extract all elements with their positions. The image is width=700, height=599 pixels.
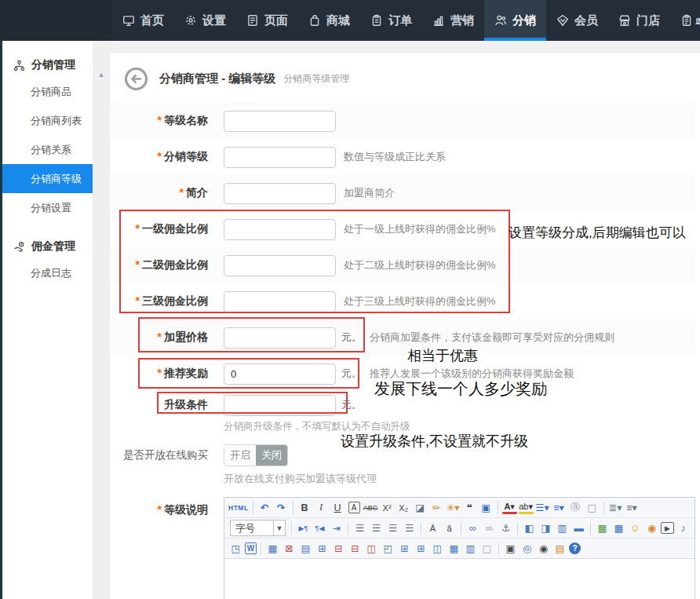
level1-commission-input[interactable] — [224, 219, 336, 240]
scroll-up-icon[interactable]: ▲ — [93, 71, 110, 79]
image-manager-icon[interactable]: ▦ — [611, 520, 626, 536]
insert-col-icon[interactable]: ⊞ — [414, 541, 428, 557]
search-replace-icon[interactable]: ◉ — [536, 541, 551, 557]
sidebar-item[interactable]: 分成日志 — [2, 258, 93, 287]
nav-item-marketing[interactable]: 营销 — [422, 0, 484, 41]
insert-title-row-icon[interactable]: ⊞ — [315, 541, 330, 557]
nav-item-gear[interactable]: 设置 — [174, 0, 236, 41]
intro-input[interactable] — [224, 183, 336, 204]
insert-parent-frame-icon[interactable]: ◰ — [381, 541, 396, 557]
indent-icon[interactable]: ⇥ — [329, 520, 344, 536]
delete-table-icon[interactable]: ⊠ — [282, 541, 297, 557]
uppercase-icon[interactable]: Â — [425, 520, 440, 536]
sidebar-item[interactable]: 分销商等级 — [2, 164, 93, 193]
sidebar: 分销管理分销商品分销商列表分销关系分销商等级分销设置佣金管理分成日志 — [2, 41, 93, 599]
text-direction-icon[interactable]: ¶◀ — [312, 520, 327, 536]
toggle-on-button[interactable]: 开启 — [224, 445, 256, 466]
auto-link-icon[interactable]: ⓐ — [568, 500, 583, 516]
nav-item-order[interactable]: 订单 — [360, 0, 422, 41]
link-icon[interactable]: ∞ — [465, 520, 480, 536]
back-icon[interactable] — [124, 67, 148, 91]
bold-icon[interactable]: B — [297, 500, 312, 516]
nav-item-store[interactable]: 门店 — [608, 0, 670, 41]
partial-chart-icon[interactable] — [694, 13, 700, 25]
line-height-icon[interactable]: ≣▾ — [608, 500, 623, 516]
paragraph-spacing-icon[interactable]: ≡▾ — [625, 500, 640, 516]
insert-table-icon[interactable]: ▦ — [265, 541, 280, 557]
paste-icon[interactable]: ▤ — [552, 541, 567, 557]
insert-music-icon[interactable]: ♪ — [676, 520, 691, 536]
split-cell-icon[interactable]: ◫ — [364, 541, 379, 557]
sidebar-item[interactable]: 分销商列表 — [2, 106, 93, 135]
nav-item-home[interactable]: 首页 — [112, 0, 174, 41]
align-left-icon[interactable]: ☰ — [352, 520, 367, 536]
strikethrough-icon[interactable]: ABC — [363, 500, 378, 516]
nav-item-distribution[interactable]: 分销 — [484, 0, 546, 41]
insert-video-icon[interactable]: ▶ — [661, 522, 674, 534]
nav-item-member[interactable]: 会员 — [546, 0, 608, 41]
level3-commission-input[interactable] — [224, 291, 336, 312]
join-price-input[interactable] — [224, 327, 336, 349]
html-source-icon[interactable]: HTML — [228, 500, 249, 516]
font-color-icon[interactable]: A▾ — [502, 502, 517, 514]
highlight-color-icon[interactable]: ab▾ — [519, 502, 534, 514]
part-border-icon[interactable]: ▥ — [463, 541, 478, 557]
char-border-icon[interactable]: A — [348, 502, 360, 513]
image-inline-icon[interactable]: ◨ — [538, 520, 553, 536]
delete-row-icon[interactable]: ⊟ — [331, 541, 346, 557]
insert-row-icon[interactable]: ⊞ — [397, 541, 412, 557]
paste-as-text-icon[interactable]: ▣ — [479, 500, 494, 516]
background-color-icon[interactable]: ◉ — [644, 520, 659, 536]
merge-cells-icon[interactable]: ◫ — [430, 541, 445, 557]
eraser-icon[interactable]: ◪ — [413, 500, 428, 516]
sidebar-item[interactable]: 分销商品 — [2, 77, 93, 106]
unordered-list-icon[interactable]: ≡▾ — [552, 500, 567, 516]
insert-caption-icon[interactable]: ▤ — [298, 541, 313, 557]
subscript-icon[interactable]: X₂ — [396, 500, 411, 516]
ordered-list-icon[interactable]: ☰▾ — [535, 500, 550, 516]
referral-reward-input[interactable] — [224, 363, 336, 385]
auto-typeset-icon[interactable]: ✳▾ — [446, 500, 461, 516]
image-float-right-icon[interactable]: ▥ — [555, 520, 570, 536]
preview-icon[interactable]: ◎ — [520, 541, 534, 557]
underline-icon[interactable]: U — [330, 500, 345, 516]
upgrade-condition-input[interactable] — [224, 395, 336, 416]
format-brush-icon[interactable]: ✏ — [429, 500, 444, 516]
editor-content[interactable] — [224, 559, 695, 599]
lowercase-icon[interactable]: â — [442, 520, 457, 536]
indent-first-line-icon[interactable]: ▶¶ — [296, 520, 311, 536]
redo-icon[interactable]: ↷ — [274, 500, 289, 516]
level2-commission-input[interactable] — [224, 255, 336, 276]
sidebar-item[interactable]: 分销关系 — [2, 135, 93, 164]
align-center-icon[interactable]: ☰ — [369, 520, 384, 536]
unlink-icon[interactable]: ∞ — [482, 520, 497, 536]
font-size-select[interactable]: 字号▼ — [230, 520, 286, 536]
emoji-icon[interactable]: ☺ — [628, 520, 643, 536]
field-label: 简介 — [186, 186, 208, 199]
toggle-off-button[interactable]: 关闭 — [256, 445, 287, 466]
no-border-icon[interactable]: ▢ — [479, 541, 494, 557]
image-block-icon[interactable]: ▬ — [571, 520, 586, 536]
anchor-icon[interactable]: ⚓ — [498, 520, 513, 536]
align-justify-icon[interactable]: ☰ — [402, 520, 417, 536]
sidebar-item[interactable]: 分销设置 — [2, 193, 93, 222]
level-name-input[interactable] — [224, 111, 336, 132]
insert-image-icon[interactable]: ▦ — [595, 520, 610, 536]
italic-icon[interactable]: I — [314, 500, 329, 516]
distribution-level-input[interactable] — [224, 147, 336, 168]
paste-word-image-icon[interactable]: ◳ — [228, 541, 243, 557]
nav-item-mall[interactable]: 商城 — [298, 0, 360, 41]
help-icon[interactable]: ? — [569, 542, 581, 554]
image-float-left-icon[interactable]: ◧ — [522, 520, 537, 536]
nav-item-page[interactable]: 页面 — [236, 0, 298, 41]
sidebar-scrollbar[interactable]: ▲ — [93, 41, 110, 599]
undo-icon[interactable]: ↶ — [257, 500, 272, 516]
delete-col-icon[interactable]: ⊟ — [348, 541, 363, 557]
superscript-icon[interactable]: X² — [380, 500, 395, 516]
new-page-icon[interactable]: ▢ — [585, 500, 600, 516]
word-import-icon[interactable]: W — [245, 542, 257, 554]
print-icon[interactable]: ▣ — [503, 541, 518, 557]
full-border-icon[interactable]: ▦ — [447, 541, 461, 557]
align-right-icon[interactable]: ☰ — [385, 520, 400, 536]
blockquote-icon[interactable]: ❝ — [462, 500, 477, 516]
